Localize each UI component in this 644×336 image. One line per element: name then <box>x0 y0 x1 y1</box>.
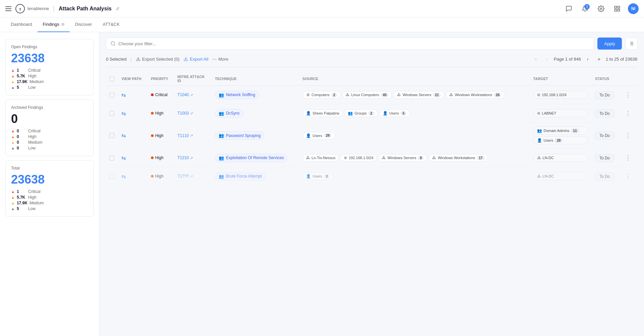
table-row: ⇆ High T1003 ↗ <box>106 104 637 123</box>
user-icon: 👤 <box>383 111 388 116</box>
row-actions-button[interactable]: ⋮ <box>624 108 632 118</box>
priority-dot <box>151 156 154 159</box>
view-path-icon[interactable]: ⇆ <box>121 174 126 179</box>
priority-dot <box>151 134 154 137</box>
priority-badge: High <box>151 155 171 160</box>
filter-input[interactable] <box>118 41 590 46</box>
settings-icon[interactable] <box>596 3 606 14</box>
findings-tab-icon: ⊞ <box>61 22 64 26</box>
external-link-icon: ↗ <box>190 156 193 160</box>
priority-badge: Critical <box>151 92 171 97</box>
prev-page-button[interactable]: ‹ <box>542 54 552 64</box>
apply-button[interactable]: Apply <box>597 38 622 50</box>
group-icon: 👥 <box>348 111 353 116</box>
source-tag: 🖧 Linux Computers 45 <box>342 91 392 98</box>
first-page-button[interactable]: « <box>531 54 540 64</box>
total-high-icon: ▲ <box>11 195 15 199</box>
row-checkbox[interactable] <box>109 155 114 160</box>
source-tag: 👤 Sheev Palpatine <box>303 110 343 117</box>
windows-server-icon: 🖧 <box>397 92 401 97</box>
col-target: Target <box>530 72 592 86</box>
tab-discover[interactable]: Discover <box>70 17 98 32</box>
technique-badge: 👥 Brute Force Attempt <box>215 172 266 181</box>
row-checkbox[interactable] <box>109 174 114 179</box>
priority-badge: High <box>151 133 171 138</box>
svg-rect-3 <box>615 6 617 8</box>
target-tags: 👥 Domain Admins 11 👤 Users 29 <box>533 127 588 144</box>
grid-icon[interactable] <box>612 3 623 14</box>
target-tags: 🖧 LN-DC <box>533 172 588 180</box>
view-path-icon[interactable]: ⇆ <box>121 92 126 98</box>
notification-badge: 3 <box>584 4 590 9</box>
status-badge: To Do <box>595 132 614 140</box>
tab-dashboard[interactable]: Dashboard <box>5 17 38 32</box>
export-selected-button[interactable]: Export Selected (0) <box>136 57 179 62</box>
row-actions-button[interactable]: ⋮ <box>624 171 632 181</box>
table-row: ⇆ High T1110 ↗ <box>106 123 637 149</box>
user-icon: 👤 <box>306 174 311 179</box>
notification-icon[interactable]: 3 <box>580 3 590 14</box>
target-tag: 👥 Domain Admins 11 <box>533 127 588 135</box>
view-path-icon[interactable]: ⇆ <box>121 111 126 116</box>
technique-badge: 👥 DcSync <box>215 109 244 118</box>
main-layout: Open Findings 23638 ▲ 1 Critical ▲ 5.7K … <box>0 32 644 336</box>
user-avatar[interactable]: NI <box>628 3 639 14</box>
mitre-id[interactable]: T1040 ↗ <box>177 92 208 97</box>
total-findings-card: Total 23638 ▲ 1 Critical ▲ 5.7K High ▲ 1… <box>5 160 94 217</box>
group-icon: 👥 <box>537 128 542 133</box>
column-settings-button[interactable] <box>625 38 637 50</box>
server-icon: 🖧 <box>537 155 541 160</box>
view-path-icon[interactable]: ⇆ <box>121 133 126 138</box>
mitre-id[interactable]: T1??? ↗ <box>177 174 208 179</box>
row-checkbox[interactable] <box>109 133 114 138</box>
select-all-checkbox[interactable] <box>109 76 114 81</box>
technique-icon: 👥 <box>219 155 224 160</box>
svg-point-2 <box>600 8 602 9</box>
toolbar: 0 Selected | Export Selected (0) Export … <box>106 54 637 67</box>
windows-workstation-icon: 🖧 <box>449 92 453 97</box>
next-page-button[interactable]: › <box>583 54 592 64</box>
row-checkbox[interactable] <box>109 111 114 116</box>
target-tag: ⊕ 192.168.1.0/24 <box>533 91 588 99</box>
target-tag: ⊕ LABNET <box>533 109 588 117</box>
row-actions-button[interactable]: ⋮ <box>624 131 632 141</box>
page-title: Attack Path Analysis <box>59 6 112 12</box>
row-actions-button[interactable]: ⋮ <box>624 153 632 163</box>
external-link-icon: ↗ <box>190 93 193 97</box>
source-tag: 🖧 Windows Workstations 17 <box>429 154 488 161</box>
tab-attck[interactable]: ATT&CK <box>97 17 125 32</box>
target-tags: ⊕ LABNET <box>533 109 588 117</box>
view-path-icon[interactable]: ⇆ <box>121 155 126 161</box>
mitre-id[interactable]: T1003 ↗ <box>177 111 208 116</box>
total-label: Total <box>11 166 88 171</box>
arch-high-icon: ▲ <box>11 135 15 139</box>
source-tags: 🖥 Computers 2 🖧 Linux Computers 45 🖧 Win… <box>303 91 527 98</box>
row-actions-button[interactable]: ⋮ <box>624 90 632 100</box>
total-count: 23638 <box>11 173 88 187</box>
last-page-button[interactable]: » <box>594 54 604 64</box>
mitre-id[interactable]: T1110 ↗ <box>177 133 208 138</box>
mitre-id[interactable]: T1210 ↗ <box>177 155 208 160</box>
target-tag: 🖧 LN-DC <box>533 172 588 180</box>
export-all-button[interactable]: Export All <box>183 57 208 62</box>
status-badge: To Do <box>595 91 614 99</box>
technique-icon: 👥 <box>219 174 224 179</box>
selected-count: 0 Selected <box>106 57 126 62</box>
main-content: Apply 0 Selected | Export Selected (0) <box>99 32 644 336</box>
top-nav: t tenableone | Attack Path Analysis 🖇 3 <box>0 0 644 17</box>
source-tags: 🖧 Ln-Tio-Nessus ⊕ 192.168.1.0/24 🖧 Windo… <box>303 154 527 161</box>
more-button[interactable]: ⋯ More <box>212 57 228 62</box>
chat-icon[interactable] <box>564 3 574 14</box>
source-tags: 👤 Users 29 <box>303 132 527 139</box>
hamburger-menu[interactable] <box>5 6 11 11</box>
tab-findings[interactable]: Findings ⊞ <box>38 17 70 32</box>
row-checkbox[interactable] <box>109 92 114 97</box>
total-low-icon: ▲ <box>11 207 15 211</box>
col-priority: Priority <box>148 72 174 86</box>
technique-icon: 👥 <box>219 133 224 138</box>
server-icon: 🖧 <box>537 174 541 179</box>
technique-icon: 👥 <box>219 92 224 97</box>
target-tag: 👤 Users 29 <box>533 136 588 144</box>
archived-severity-list: ▲ 0 Critical ▲ 0 High ▲ 0 Medium ▲ 0 <box>11 129 88 150</box>
status-badge: To Do <box>595 110 614 118</box>
